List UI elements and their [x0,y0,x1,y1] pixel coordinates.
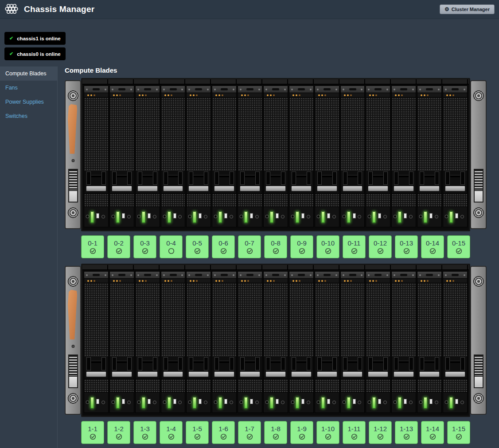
blade-status-button[interactable]: 1-10 [316,421,339,444]
blade-status-button[interactable]: 0-2 [107,235,130,258]
blade-status-button[interactable]: 1-12 [369,421,392,444]
blade-latch-clip-right [332,357,337,370]
blade-status-button[interactable]: 0-3 [133,235,156,258]
blade-latch-clip-right [358,171,362,185]
blade-led-row [84,279,108,283]
check-circle-icon [377,248,384,254]
blade-graphic [417,86,442,227]
blade-vent-mesh-lower [392,193,416,206]
blade-screw-dot [214,215,217,218]
blade-status-button[interactable]: 1-14 [421,421,444,444]
blade-led-row [417,279,441,283]
blade-label-chip [327,213,330,218]
blade-status-button[interactable]: 0-4 [160,235,183,258]
check-circle-icon [273,433,279,440]
blade-port-ring [255,401,259,404]
blade-port-ring [358,215,361,218]
cluster-manager-button[interactable]: ⚙ Cluster Manager [440,4,495,14]
blade-latch [161,170,185,193]
blade-orange-led [139,280,140,282]
blade-vent-mesh-lower [136,193,160,206]
blade-status-button[interactable]: 1-8 [264,421,287,444]
blade-port-ring [255,215,259,218]
vent-grille [68,355,78,377]
blade-status-button[interactable]: 1-6 [212,421,235,444]
blade-port-ring [281,215,285,218]
sidebar-item-compute-blades[interactable]: Compute Blades [0,66,57,81]
blade-vent-mesh-lower [212,379,236,392]
blade-status-button[interactable]: 0-10 [316,235,339,258]
blade-latch-clip-left [138,171,142,185]
blade-latch-clip-right [409,357,413,370]
blade-handle-slot [298,88,305,90]
screw-icon [67,276,79,287]
blade-latch [187,356,211,379]
blade-label-chip [455,399,458,404]
blade-status-button[interactable]: 0-11 [343,235,366,258]
blade-status-button[interactable]: 1-11 [343,421,366,444]
blade-status-button[interactable]: 1-13 [395,421,418,444]
blade-latch-clip-right [281,357,285,370]
blade-status-button[interactable]: 0-15 [447,235,470,258]
blade-port-ring [101,401,105,404]
blade-vent-mesh [289,97,313,170]
sidebar-item-power-supplies[interactable]: Power Supplies [0,95,57,109]
blade-led-row [212,279,236,283]
blade-port-ring [153,215,156,218]
blade-status-button[interactable]: 0-5 [186,235,209,258]
check-circle-icon [429,248,436,254]
blade-front-panel [238,206,262,227]
blade-status-button[interactable]: 0-13 [395,235,418,258]
blade-label: 1-8 [271,425,281,432]
sidebar-item-switches[interactable]: Switches [0,109,57,123]
blade-screw-dot [266,215,268,218]
blade-status-button[interactable]: 1-9 [290,421,313,444]
blade-status-button[interactable]: 1-4 [160,421,183,444]
blade-label-chip [122,213,125,218]
blade-front-panel [289,392,313,413]
blade-latch [315,170,339,193]
vent-grille [474,355,483,377]
blade-label-chip [173,399,176,404]
blade-latch-clip-left [394,357,398,370]
blade-status-button[interactable]: 1-5 [186,421,209,444]
blade-graphic [366,271,390,413]
blade-status-button[interactable]: 1-7 [238,421,261,444]
blade-status-button[interactable]: 1-3 [133,421,156,444]
toast-container: ✔chassis1 is online✔chassis0 is online [4,32,66,60]
blade-graphic [340,86,365,227]
blade-screw-dot [368,401,370,403]
blade-screw-dot [240,215,242,218]
blade-led-row [341,279,365,283]
blade-handle-cap [238,86,262,93]
blade-vent-mesh-lower [238,379,262,392]
blade-label: 0-10 [321,239,335,247]
blade-latch-clip-right [127,171,132,185]
blade-status-button[interactable]: 1-15 [447,421,470,444]
blade-status-button[interactable]: 0-9 [290,235,313,258]
blade-orange-led [421,94,422,96]
blade-label-chip [378,399,381,404]
blade-latch [392,356,416,379]
blade-label: 1-10 [321,425,335,432]
blade-status-button[interactable]: 0-12 [369,235,392,258]
blade-port-ring [204,215,207,218]
blade-led-row [212,93,236,97]
blade-latch-clip-left [240,357,245,370]
blade-latch [264,356,288,379]
blade-status-button[interactable]: 0-8 [264,235,287,258]
blade-status-led [321,211,325,223]
blade-status-button[interactable]: 0-7 [238,235,261,258]
screw-icon [473,393,484,404]
blade-front-panel [417,206,441,227]
blade-status-button[interactable]: 0-6 [212,235,235,258]
blade-status-button[interactable]: 0-14 [421,235,444,258]
blade-status-button[interactable]: 1-2 [107,421,130,444]
blade-status-button[interactable]: 0-1 [81,235,104,258]
blade-vent-mesh [161,283,185,356]
blade-status-button[interactable]: 1-1 [81,421,104,444]
blade-front-panel [161,392,185,413]
blade-vent-mesh-lower [84,379,108,392]
check-circle-icon [246,248,253,254]
sidebar-item-fans[interactable]: Fans [0,81,57,95]
